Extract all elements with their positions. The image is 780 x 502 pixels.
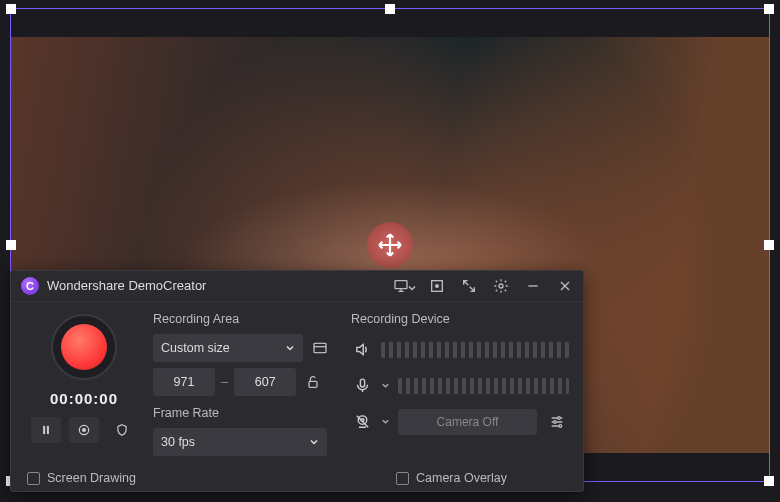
resize-handle-w[interactable] — [6, 240, 16, 250]
settings-button[interactable] — [491, 276, 511, 296]
area-preset-select[interactable]: Custom size — [153, 334, 303, 362]
minimize-button[interactable] — [523, 276, 543, 296]
camera-status: Camera Off — [398, 409, 537, 435]
pause-button[interactable] — [31, 417, 61, 443]
frame-rate-select[interactable]: 30 fps — [153, 428, 327, 456]
restart-button[interactable] — [69, 417, 99, 443]
resize-handle-se[interactable] — [764, 476, 774, 486]
resize-handle-ne[interactable] — [764, 4, 774, 14]
svg-rect-4 — [43, 426, 45, 434]
svg-rect-0 — [395, 281, 407, 289]
fullscreen-icon — [312, 340, 328, 356]
chevron-down-icon[interactable] — [381, 381, 390, 390]
svg-point-3 — [499, 284, 503, 288]
chevron-down-icon — [407, 283, 417, 293]
target-square-icon — [429, 278, 445, 294]
svg-rect-5 — [47, 426, 49, 434]
display-select-button[interactable] — [387, 276, 415, 296]
microphone-button[interactable] — [351, 377, 373, 394]
recording-area-label: Recording Area — [153, 312, 341, 326]
target-window-button[interactable] — [427, 276, 447, 296]
system-audio-level — [381, 342, 569, 358]
restart-icon — [77, 423, 91, 437]
frame-rate-label: Frame Rate — [153, 406, 341, 420]
protect-button[interactable] — [107, 417, 137, 443]
expand-icon — [461, 278, 477, 294]
close-icon — [557, 278, 573, 294]
svg-point-13 — [558, 416, 561, 419]
speaker-icon — [354, 341, 371, 358]
resize-handle-n[interactable] — [385, 4, 395, 14]
camera-overlay-checkbox[interactable]: Camera Overlay — [396, 471, 507, 485]
sliders-icon — [549, 414, 565, 430]
close-button[interactable] — [555, 276, 575, 296]
camera-button[interactable] — [351, 413, 373, 430]
move-icon — [377, 232, 403, 258]
record-timer: 00:00:00 — [50, 390, 118, 407]
expand-button[interactable] — [459, 276, 479, 296]
microphone-icon — [354, 377, 371, 394]
recording-device-label: Recording Device — [351, 312, 569, 326]
titlebar: C Wondershare DemoCreator — [11, 271, 583, 302]
svg-point-15 — [559, 424, 562, 427]
fullscreen-area-button[interactable] — [309, 335, 331, 361]
area-preset-value: Custom size — [161, 341, 230, 355]
checkbox-icon — [27, 472, 40, 485]
camera-overlay-label: Camera Overlay — [416, 471, 507, 485]
recorder-panel: C Wondershare DemoCreator — [10, 270, 584, 492]
camera-settings-button[interactable] — [545, 410, 569, 434]
screen-drawing-checkbox[interactable]: Screen Drawing — [27, 471, 136, 485]
lock-aspect-button[interactable] — [302, 369, 324, 395]
move-handle[interactable] — [367, 222, 413, 268]
system-audio-button[interactable] — [351, 341, 373, 358]
microphone-level — [398, 378, 569, 394]
frame-rate-value: 30 fps — [161, 435, 195, 449]
resize-handle-nw[interactable] — [6, 4, 16, 14]
svg-point-14 — [554, 420, 557, 423]
dimension-separator: – — [221, 374, 228, 389]
height-input[interactable] — [234, 368, 296, 396]
width-input[interactable] — [153, 368, 215, 396]
svg-point-2 — [436, 285, 439, 288]
svg-point-11 — [358, 416, 367, 425]
svg-point-7 — [83, 428, 86, 431]
chevron-down-icon[interactable] — [381, 417, 390, 426]
gear-icon — [493, 278, 509, 294]
record-button[interactable] — [51, 314, 117, 380]
resize-handle-e[interactable] — [764, 240, 774, 250]
chevron-down-icon — [309, 437, 319, 447]
webcam-icon — [354, 413, 371, 430]
shield-icon — [115, 423, 129, 437]
unlock-icon — [305, 374, 321, 390]
svg-rect-10 — [360, 379, 364, 387]
record-dot-icon — [61, 324, 107, 370]
chevron-down-icon — [285, 343, 295, 353]
checkbox-icon — [396, 472, 409, 485]
screen-drawing-label: Screen Drawing — [47, 471, 136, 485]
minimize-icon — [525, 278, 541, 294]
svg-rect-9 — [309, 381, 317, 387]
app-icon: C — [21, 277, 39, 295]
pause-icon — [39, 423, 53, 437]
svg-rect-8 — [314, 343, 326, 352]
app-title: Wondershare DemoCreator — [47, 278, 206, 293]
